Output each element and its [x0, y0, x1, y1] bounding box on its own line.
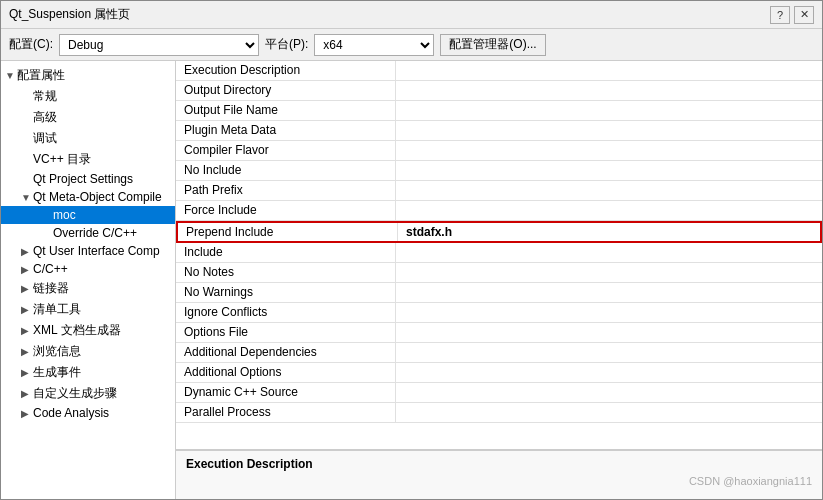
window-title: Qt_Suspension 属性页 — [9, 6, 130, 23]
tree-item[interactable]: ▼配置属性 — [1, 65, 175, 86]
property-name: No Warnings — [176, 283, 396, 302]
property-value — [396, 181, 822, 200]
tree-arrow-icon: ▶ — [21, 367, 33, 378]
tree-item[interactable]: ▶C/C++ — [1, 260, 175, 278]
property-value — [396, 81, 822, 100]
property-name: Options File — [176, 323, 396, 342]
property-row[interactable]: Compiler Flavor — [176, 141, 822, 161]
property-name: No Include — [176, 161, 396, 180]
property-name: Output Directory — [176, 81, 396, 100]
property-name: No Notes — [176, 263, 396, 282]
property-row[interactable]: Additional Dependencies — [176, 343, 822, 363]
tree-item[interactable]: 常规 — [1, 86, 175, 107]
property-value — [396, 363, 822, 382]
tree-item[interactable]: ▶浏览信息 — [1, 341, 175, 362]
tree-item-label: Code Analysis — [33, 406, 109, 420]
property-name: Path Prefix — [176, 181, 396, 200]
property-value — [396, 243, 822, 262]
property-row[interactable]: Parallel Process — [176, 403, 822, 423]
property-row[interactable]: Dynamic C++ Source — [176, 383, 822, 403]
tree-item-label: 浏览信息 — [33, 343, 81, 360]
tree-item-label: C/C++ — [33, 262, 68, 276]
tree-item[interactable]: Override C/C++ — [1, 224, 175, 242]
tree-arrow-icon: ▶ — [21, 388, 33, 399]
help-button[interactable]: ? — [770, 6, 790, 24]
property-row[interactable]: Plugin Meta Data — [176, 121, 822, 141]
tree-item-label: 常规 — [33, 88, 57, 105]
tree-item-label: XML 文档生成器 — [33, 322, 121, 339]
tree-arrow-icon: ▶ — [21, 325, 33, 336]
property-row[interactable]: Additional Options — [176, 363, 822, 383]
config-label: 配置(C): — [9, 36, 53, 53]
property-row[interactable]: No Include — [176, 161, 822, 181]
main-window: Qt_Suspension 属性页 ? ✕ 配置(C): Debug 平台(P)… — [0, 0, 823, 500]
platform-label: 平台(P): — [265, 36, 308, 53]
property-panel: Execution DescriptionOutput DirectoryOut… — [176, 61, 822, 499]
property-name: Include — [176, 243, 396, 262]
tree-item-label: 配置属性 — [17, 67, 65, 84]
footer-title: Execution Description — [186, 457, 313, 471]
tree-arrow-icon: ▼ — [21, 192, 33, 203]
tree-item[interactable]: moc — [1, 206, 175, 224]
property-row[interactable]: Prepend Includestdafx.h — [176, 221, 822, 243]
tree-item[interactable]: VC++ 目录 — [1, 149, 175, 170]
property-row[interactable]: Path Prefix — [176, 181, 822, 201]
property-name: Additional Dependencies — [176, 343, 396, 362]
toolbar: 配置(C): Debug 平台(P): x64 配置管理器(O)... — [1, 29, 822, 61]
property-row[interactable]: Ignore Conflicts — [176, 303, 822, 323]
watermark: CSDN @haoxiangnia111 — [689, 475, 812, 487]
tree-item[interactable]: ▶XML 文档生成器 — [1, 320, 175, 341]
platform-select[interactable]: x64 — [314, 34, 434, 56]
config-manager-button[interactable]: 配置管理器(O)... — [440, 34, 545, 56]
tree-item-label: 自定义生成步骤 — [33, 385, 117, 402]
tree-arrow-icon: ▶ — [21, 264, 33, 275]
property-name: Force Include — [176, 201, 396, 220]
property-name: Plugin Meta Data — [176, 121, 396, 140]
close-button[interactable]: ✕ — [794, 6, 814, 24]
property-row[interactable]: No Notes — [176, 263, 822, 283]
tree-item[interactable]: ▶链接器 — [1, 278, 175, 299]
property-value — [396, 61, 822, 80]
title-buttons: ? ✕ — [770, 6, 814, 24]
property-value — [396, 141, 822, 160]
tree-item-label: VC++ 目录 — [33, 151, 91, 168]
property-name: Execution Description — [176, 61, 396, 80]
tree-arrow-icon: ▼ — [5, 70, 17, 81]
property-row[interactable]: Options File — [176, 323, 822, 343]
tree-item-label: Qt Project Settings — [33, 172, 133, 186]
tree-item[interactable]: ▶自定义生成步骤 — [1, 383, 175, 404]
property-name: Compiler Flavor — [176, 141, 396, 160]
property-row[interactable]: Execution Description — [176, 61, 822, 81]
tree-item-label: 生成事件 — [33, 364, 81, 381]
property-value — [396, 201, 822, 220]
tree-item[interactable]: ▼Qt Meta-Object Compile — [1, 188, 175, 206]
property-value — [396, 343, 822, 362]
tree-item[interactable]: ▶生成事件 — [1, 362, 175, 383]
property-name: Ignore Conflicts — [176, 303, 396, 322]
property-row[interactable]: No Warnings — [176, 283, 822, 303]
property-name: Parallel Process — [176, 403, 396, 422]
property-name: Dynamic C++ Source — [176, 383, 396, 402]
property-row[interactable]: Output Directory — [176, 81, 822, 101]
property-value — [396, 303, 822, 322]
tree-item-label: Override C/C++ — [53, 226, 137, 240]
property-row[interactable]: Output File Name — [176, 101, 822, 121]
property-value — [396, 323, 822, 342]
property-name: Additional Options — [176, 363, 396, 382]
tree-arrow-icon: ▶ — [21, 346, 33, 357]
property-footer: Execution Description — [176, 449, 822, 499]
tree-item[interactable]: ▶Qt User Interface Comp — [1, 242, 175, 260]
tree-item[interactable]: 高级 — [1, 107, 175, 128]
config-select[interactable]: Debug — [59, 34, 259, 56]
tree-item-label: 调试 — [33, 130, 57, 147]
property-value — [396, 101, 822, 120]
tree-item[interactable]: Qt Project Settings — [1, 170, 175, 188]
tree-item[interactable]: 调试 — [1, 128, 175, 149]
tree-item-label: 清单工具 — [33, 301, 81, 318]
tree-item[interactable]: ▶Code Analysis — [1, 404, 175, 422]
property-value — [396, 161, 822, 180]
tree-item[interactable]: ▶清单工具 — [1, 299, 175, 320]
tree-item-label: Qt User Interface Comp — [33, 244, 160, 258]
property-row[interactable]: Force Include — [176, 201, 822, 221]
property-row[interactable]: Include — [176, 243, 822, 263]
